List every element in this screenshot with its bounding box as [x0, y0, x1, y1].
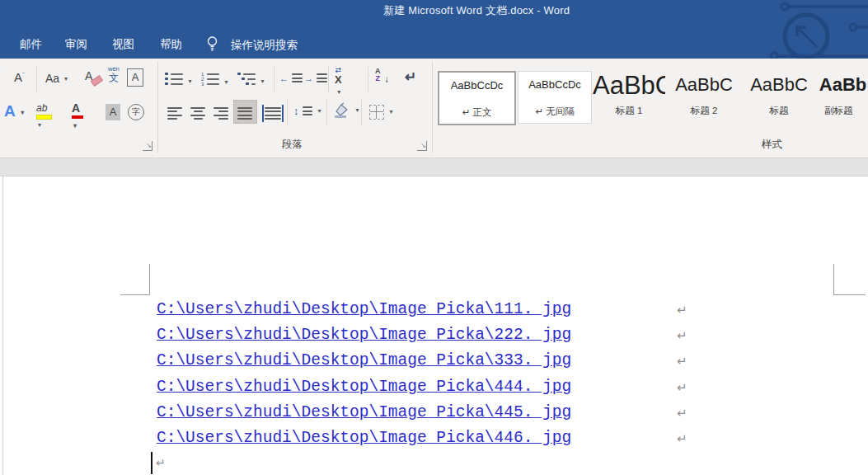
shading-button[interactable] [333, 102, 359, 119]
text-highlight-color-button[interactable]: ab [36, 102, 52, 131]
file-hyperlink[interactable]: C:\Users\zhudi\Desktop\Image_Picka\445. … [157, 403, 571, 421]
file-hyperlink[interactable]: C:\Users\zhudi\Desktop\Image_Picka\446. … [157, 429, 571, 447]
increase-indent-button[interactable]: → [304, 70, 327, 85]
crop-mark-right-horizontal [833, 294, 866, 295]
borders-button[interactable] [369, 104, 392, 120]
crop-mark-right-vertical [833, 264, 834, 295]
style-card-subtitle[interactable]: AaBb 副标题 [818, 71, 868, 122]
numbered-list-icon: 1 2 3 [201, 71, 219, 87]
numbering-button[interactable]: 1 2 3 [201, 71, 228, 89]
ribbon-tab-help[interactable]: 帮助 [160, 37, 182, 52]
sort-button[interactable]: A Z ↓ [375, 68, 389, 84]
style-card-normal[interactable]: AaBbCcDc ↵ 正文 [438, 71, 516, 125]
file-hyperlink[interactable]: C:\Users\zhudi\Desktop\Image_Picka\111. … [157, 300, 571, 318]
character-shading-button[interactable]: A [106, 104, 120, 120]
change-case-button[interactable]: Aa [45, 72, 68, 85]
lightbulb-icon [205, 35, 219, 52]
file-hyperlink[interactable]: C:\Users\zhudi\Desktop\Image_Picka\333. … [157, 351, 571, 369]
character-border-button[interactable]: A [127, 68, 143, 87]
file-hyperlink[interactable]: C:\Users\zhudi\Desktop\Image_Picka\444. … [157, 378, 571, 396]
text-effects-button[interactable]: A [4, 102, 24, 120]
paragraph-mark: ↵ [677, 354, 687, 369]
bullet-list-icon [165, 71, 183, 87]
highlight-yellow-swatch [36, 115, 52, 120]
font-color-red-swatch [72, 115, 83, 119]
document-page[interactable]: C:\Users\zhudi\Desktop\Image_Picka\111. … [0, 176, 868, 475]
bullets-button[interactable] [165, 71, 191, 88]
ribbon-tab-view[interactable]: 视图 [112, 37, 134, 52]
paragraph-mark: ↵ [677, 303, 687, 317]
paragraph-mark: ↵ [677, 328, 687, 343]
justify-button[interactable] [237, 105, 252, 122]
ribbon-tab-mailings[interactable]: 邮件 [20, 37, 42, 52]
phonetic-guide-button[interactable]: wén 文 [108, 66, 120, 82]
paint-bucket-icon [333, 102, 350, 119]
arrow-down-icon: ↓ [384, 73, 389, 85]
ribbon: Aˆ Aˇ Aa A wén 文 A A ab A [0, 59, 868, 158]
arrow-right-icon: → [304, 73, 313, 83]
enclose-characters-button[interactable]: 字 [128, 104, 144, 120]
paragraph-mark: ↵ [677, 380, 687, 395]
style-card-heading1[interactable]: AaBbC 标题 1 [593, 71, 665, 122]
align-center-button[interactable] [190, 105, 205, 122]
paragraph-mark: ↵ [156, 456, 166, 469]
style-card-heading2[interactable]: AaBbC 标题 2 [668, 71, 740, 122]
up-down-arrow-icon: ↕ [293, 105, 299, 117]
word-window: 新建 Microsoft Word 文档.docx - Word 邮件 审阅 视… [0, 0, 868, 475]
paragraph-mark: ↵ [677, 406, 687, 421]
style-card-no-spacing[interactable]: AaBbCcDc ↵ 无间隔 [518, 71, 592, 124]
shrink-font-button[interactable]: Aˇ [14, 70, 25, 84]
arrow-left-icon: ← [279, 73, 289, 83]
font-color-button[interactable]: A [72, 101, 83, 132]
ribbon-tab-review[interactable]: 审阅 [65, 37, 87, 52]
multilevel-list-icon [237, 71, 256, 87]
show-hide-marks-button[interactable]: ↵ [405, 68, 416, 86]
distributed-button[interactable] [262, 105, 284, 122]
paragraph-group-label: 段落 [282, 138, 303, 152]
multilevel-list-button[interactable] [237, 71, 264, 88]
font-dialog-launcher[interactable] [143, 141, 152, 151]
align-left-button[interactable] [167, 105, 182, 122]
crop-mark-left-vertical [149, 264, 150, 295]
window-title: 新建 Microsoft Word 文档.docx - Word [383, 3, 570, 18]
decrease-indent-button[interactable]: ← [279, 70, 303, 85]
title-bar: 新建 Microsoft Word 文档.docx - Word 邮件 审阅 视… [0, 0, 868, 59]
style-card-title[interactable]: AaBbC 标题 [743, 71, 815, 122]
borders-grid-icon [369, 105, 384, 120]
paragraph-mark: ↵ [677, 431, 687, 446]
asian-layout-button[interactable]: ⇄ X [335, 67, 342, 98]
file-hyperlink[interactable]: C:\Users\zhudi\Desktop\Image_Picka\222. … [157, 326, 571, 344]
align-right-button[interactable] [213, 105, 228, 122]
tell-me-search[interactable]: 操作说明搜索 [231, 38, 298, 53]
indent-lines-icon [292, 72, 303, 85]
recorder-watermark-icon [762, 0, 868, 64]
line-spacing-button[interactable]: ↕ [293, 103, 321, 118]
styles-group-label: 样式 [762, 138, 782, 152]
document-margin-band [0, 158, 868, 176]
clear-formatting-button[interactable]: A [85, 69, 92, 82]
paragraph-dialog-launcher[interactable] [417, 141, 427, 151]
indent-lines-icon [317, 72, 327, 85]
page-left-edge [2, 176, 3, 475]
text-cursor-caret [151, 452, 152, 474]
crop-mark-left-horizontal [120, 294, 150, 295]
